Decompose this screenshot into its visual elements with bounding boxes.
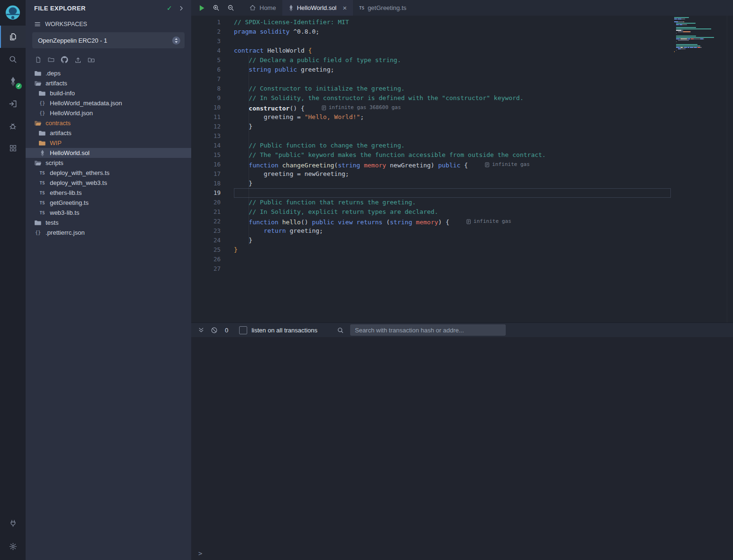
file-tree-item[interactable]: TSdeploy_with_ethers.ts	[26, 168, 191, 178]
code-line[interactable]: 25}	[191, 245, 733, 255]
activity-item-debugger[interactable]	[0, 115, 26, 137]
editor-scrollbar[interactable]	[727, 16, 733, 322]
listen-toggle[interactable]: listen on all transactions	[239, 326, 317, 334]
terminal-search-input[interactable]	[350, 324, 506, 336]
code-line[interactable]: 13	[191, 131, 733, 141]
tab-getGreeting.ts[interactable]: TSgetGreeting.ts	[353, 0, 413, 16]
file-tree-item[interactable]: TSgetGreeting.ts	[26, 198, 191, 208]
workspace-check-icon[interactable]: ✓	[167, 4, 172, 12]
line-number: 21	[191, 207, 234, 217]
close-tab-icon[interactable]: ×	[343, 4, 347, 12]
code-line[interactable]: 4contract HelloWorld {	[191, 46, 733, 55]
line-number: 20	[191, 198, 234, 207]
file-tree-item[interactable]: {}HelloWorld.json	[26, 108, 191, 118]
line-number: 23	[191, 226, 234, 236]
activity-item-settings[interactable]	[0, 535, 26, 558]
code-line[interactable]: 14 // Public function to change the gree…	[191, 141, 733, 150]
code-line[interactable]: 27	[191, 264, 733, 274]
file-tree-item[interactable]: TSethers-lib.ts	[26, 188, 191, 198]
file-tree-item[interactable]: tests	[26, 218, 191, 228]
clone-github-button[interactable]	[61, 56, 68, 64]
code-line[interactable]: 9 // In Solidity, the constructor is def…	[191, 93, 733, 103]
file-explorer-header: FILE EXPLORER ✓	[26, 0, 191, 16]
line-number: 27	[191, 264, 234, 274]
editor-tabs: HomeHelloWorld.sol×TSgetGreeting.ts	[243, 0, 413, 16]
code-line[interactable]: 1// SPDX-License-Identifier: MIT	[191, 18, 733, 27]
line-number: 16	[191, 160, 234, 169]
file-tree-item[interactable]: HelloWorld.sol	[26, 148, 191, 158]
compile-success-badge: ✓	[16, 83, 22, 89]
zoom-out-button[interactable]	[223, 4, 238, 11]
tab-HelloWorld.sol[interactable]: HelloWorld.sol×	[282, 0, 353, 16]
chevron-right-icon[interactable]	[178, 5, 185, 11]
file-tree-item[interactable]: artifacts	[26, 78, 191, 88]
upload-folder-button[interactable]	[88, 56, 95, 64]
code-line[interactable]: 5 // Declare a public field of type stri…	[191, 55, 733, 65]
file-tree-item[interactable]: scripts	[26, 158, 191, 168]
file-tree-item[interactable]: contracts	[26, 118, 191, 128]
code-line[interactable]: 18 }	[191, 179, 733, 188]
code-line[interactable]: 7	[191, 74, 733, 84]
activity-item-plugin-manager[interactable]	[0, 137, 26, 159]
create-folder-button[interactable]	[48, 56, 55, 63]
run-script-button[interactable]	[191, 5, 209, 11]
code-line[interactable]: 3	[191, 37, 733, 46]
file-tree-item[interactable]: .deps	[26, 68, 191, 78]
code-line[interactable]: 12 }	[191, 122, 733, 131]
file-tree-item[interactable]: {}.prettierrc.json	[26, 228, 191, 238]
activity-item-deploy-run[interactable]	[0, 92, 26, 115]
code-line[interactable]: 10 constructor() {infinite gas 368600 ga…	[191, 103, 733, 112]
file-tree-item[interactable]: artifacts	[26, 128, 191, 138]
code-line[interactable]: 23 return greeting;	[191, 226, 733, 236]
file-explorer-icon	[9, 33, 17, 41]
file-tree-item[interactable]: TSdeploy_with_web3.ts	[26, 178, 191, 188]
line-number: 12	[191, 122, 234, 131]
activity-item-solidity-compiler[interactable]: ✓	[0, 70, 26, 92]
code-editor[interactable]: 1// SPDX-License-Identifier: MIT2pragma …	[191, 16, 733, 322]
tab-Home[interactable]: Home	[243, 0, 282, 16]
code-line[interactable]: 24 }	[191, 236, 733, 245]
activity-item-file-explorer[interactable]	[0, 26, 26, 48]
code-line[interactable]: 15 // The "public" keyword makes the fun…	[191, 150, 733, 160]
code-line[interactable]: 22 function hello() public view returns …	[191, 217, 733, 226]
code-line[interactable]: 21 // In Solidity, explicit return types…	[191, 207, 733, 217]
code-line[interactable]: 17 greeting = newGreeting;	[191, 169, 733, 179]
gas-icon	[322, 105, 326, 110]
upload-file-button[interactable]	[74, 56, 82, 64]
code-line[interactable]: 16 function changeGreeting(string memory…	[191, 160, 733, 169]
code-line[interactable]: 26	[191, 255, 733, 264]
clear-console-icon[interactable]	[211, 327, 218, 334]
tab-label: getGreeting.ts	[368, 4, 407, 11]
file-name: HelloWorld_metadata.json	[50, 100, 122, 107]
code-line[interactable]: 2pragma solidity ^0.8.0;	[191, 27, 733, 37]
terminal-output[interactable]: >	[191, 337, 733, 560]
code-line[interactable]: 6 string public greeting;	[191, 65, 733, 74]
code-line[interactable]: 19	[191, 188, 733, 198]
file-tree-item[interactable]: build-info	[26, 88, 191, 98]
line-content: }	[234, 245, 238, 255]
code-line[interactable]: 8 // Constructor to initialize the greet…	[191, 84, 733, 93]
code-line[interactable]: 20 // Public function that returns the g…	[191, 198, 733, 207]
workspaces-menu-icon[interactable]	[34, 21, 41, 28]
panel-title: FILE EXPLORER	[34, 5, 86, 12]
gas-icon	[466, 219, 471, 224]
line-number: 2	[191, 27, 234, 37]
activity-item-plug[interactable]	[0, 512, 26, 535]
file-tree-item[interactable]: TSweb3-lib.ts	[26, 208, 191, 218]
zoom-in-button[interactable]	[209, 4, 223, 11]
plugin-manager-icon	[9, 144, 17, 152]
solidity-compiler-icon	[9, 77, 17, 86]
minimap[interactable]	[674, 16, 714, 55]
line-number: 24	[191, 236, 234, 245]
code-line[interactable]: 11 greeting = "Hello, World!";	[191, 112, 733, 122]
create-file-button[interactable]	[35, 56, 42, 63]
remix-logo[interactable]	[0, 0, 26, 26]
workspace-select[interactable]: OpenZeppelin ERC20 - 1	[32, 32, 185, 48]
file-tree-item[interactable]: {}HelloWorld_metadata.json	[26, 98, 191, 108]
workspace-stepper-icon[interactable]	[172, 36, 181, 45]
activity-item-search[interactable]	[0, 48, 26, 70]
listen-checkbox[interactable]	[239, 326, 247, 334]
file-tree-item[interactable]: WIP	[26, 138, 191, 148]
terminal-expand-icon[interactable]	[198, 327, 204, 333]
search-icon	[9, 55, 17, 64]
